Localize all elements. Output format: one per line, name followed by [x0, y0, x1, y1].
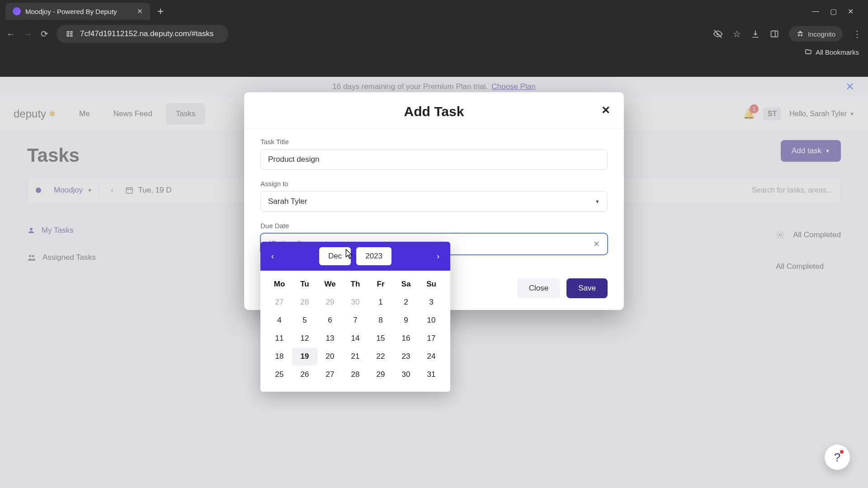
- calendar-day[interactable]: 24: [419, 347, 444, 366]
- calendar-day[interactable]: 2: [393, 293, 419, 311]
- svg-rect-8: [127, 188, 133, 193]
- nav-tab-me[interactable]: Me: [69, 103, 100, 125]
- incognito-chip[interactable]: Incognito: [789, 26, 843, 42]
- next-month-button[interactable]: ›: [432, 249, 444, 264]
- notification-badge: 1: [750, 104, 759, 113]
- notifications-icon[interactable]: 🔔1: [743, 108, 755, 120]
- browser-tab[interactable]: Moodjoy - Powered By Deputy ✕: [5, 3, 150, 20]
- calendar-day[interactable]: 12: [292, 329, 317, 347]
- browser-chrome: Moodjoy - Powered By Deputy ✕ + — ▢ ✕ ← …: [0, 0, 868, 59]
- calendar-day[interactable]: 20: [317, 347, 343, 366]
- calendar-day[interactable]: 31: [419, 366, 444, 384]
- calendar-day[interactable]: 22: [368, 347, 393, 366]
- calendar-day[interactable]: 9: [393, 311, 419, 329]
- task-title-input[interactable]: [260, 149, 608, 170]
- calendar-day[interactable]: 21: [343, 347, 368, 366]
- location-filter[interactable]: Moodjoy ▼: [47, 183, 99, 197]
- completed-row[interactable]: All Completed: [776, 262, 841, 271]
- calendar-day[interactable]: 15: [368, 329, 393, 347]
- maximize-icon[interactable]: ▢: [830, 7, 837, 16]
- window-controls: — ▢ ✕: [812, 7, 863, 16]
- nav-tab-tasks[interactable]: Tasks: [166, 103, 205, 125]
- sidebar-label: Assigned Tasks: [42, 253, 96, 262]
- calendar-icon: [125, 186, 133, 194]
- calendar-day[interactable]: 5: [292, 311, 317, 329]
- modal-close-icon[interactable]: ✕: [601, 104, 610, 117]
- date-filter[interactable]: Tue, 19 D: [125, 186, 171, 195]
- calendar-day[interactable]: 16: [393, 329, 419, 347]
- eye-off-icon[interactable]: [713, 29, 723, 39]
- calendar-dow: Su: [419, 275, 444, 293]
- close-button[interactable]: Close: [517, 278, 560, 298]
- minimize-icon[interactable]: —: [812, 7, 819, 16]
- add-task-label: Add task: [792, 146, 821, 155]
- prev-month-button[interactable]: ‹: [267, 249, 278, 264]
- assign-value: Sarah Tyler: [268, 197, 307, 206]
- calendar-day[interactable]: 7: [343, 311, 368, 329]
- calendar-day[interactable]: 17: [419, 329, 444, 347]
- svg-point-13: [29, 255, 31, 257]
- calendar-dow: We: [317, 275, 343, 293]
- favicon-icon: [13, 7, 21, 15]
- greeting[interactable]: Hello, Sarah Tyler ▼: [789, 110, 854, 118]
- reload-icon[interactable]: ⟳: [41, 28, 48, 39]
- svg-rect-3: [71, 33, 73, 34]
- year-select[interactable]: 2023: [356, 247, 392, 265]
- calendar-day[interactable]: 6: [317, 311, 343, 329]
- download-icon[interactable]: [751, 29, 760, 38]
- search-input[interactable]: Search for tasks, areas...: [752, 186, 832, 194]
- url-field[interactable]: 7cf47d19112152.na.deputy.com/#tasks: [57, 25, 228, 43]
- close-window-icon[interactable]: ✕: [848, 7, 854, 16]
- calendar-day[interactable]: 28: [343, 366, 368, 384]
- site-settings-icon[interactable]: [66, 30, 74, 38]
- calendar-day[interactable]: 13: [317, 329, 343, 347]
- calendar-day[interactable]: 4: [267, 311, 292, 329]
- calendar-day[interactable]: 27: [267, 293, 292, 311]
- prev-day-button[interactable]: ‹: [105, 186, 119, 194]
- completed-label: All Completed: [776, 262, 824, 271]
- calendar-day[interactable]: 11: [267, 329, 292, 347]
- svg-rect-6: [771, 31, 778, 37]
- menu-icon[interactable]: ⋮: [853, 28, 862, 39]
- calendar-day[interactable]: 10: [419, 311, 444, 329]
- chevron-down-icon: ▼: [849, 111, 854, 117]
- month-select[interactable]: Dec: [319, 247, 351, 265]
- calendar-day[interactable]: 14: [343, 329, 368, 347]
- star-icon[interactable]: ☆: [733, 28, 741, 39]
- calendar-day[interactable]: 29: [368, 366, 393, 384]
- back-icon[interactable]: ←: [6, 29, 15, 39]
- tab-close-icon[interactable]: ✕: [137, 7, 143, 15]
- avatar[interactable]: ST: [763, 107, 781, 121]
- calendar-day[interactable]: 8: [368, 311, 393, 329]
- calendar-day[interactable]: 19: [292, 347, 317, 366]
- calendar-day[interactable]: 26: [292, 366, 317, 384]
- forward-icon[interactable]: →: [24, 29, 33, 39]
- banner-close-icon[interactable]: ✕: [845, 80, 854, 93]
- help-fab[interactable]: ?: [825, 445, 850, 470]
- calendar-day[interactable]: 18: [267, 347, 292, 366]
- calendar-day[interactable]: 29: [317, 293, 343, 311]
- calendar-day[interactable]: 23: [393, 347, 419, 366]
- calendar-day[interactable]: 25: [267, 366, 292, 384]
- clear-icon[interactable]: ✕: [593, 239, 600, 249]
- calendar-day[interactable]: 30: [393, 366, 419, 384]
- calendar-day[interactable]: 30: [343, 293, 368, 311]
- assign-select[interactable]: Sarah Tyler ▼: [260, 191, 608, 212]
- add-task-modal: Add Task ✕ Task Title Assign to Sarah Ty…: [244, 92, 624, 310]
- calendar-day[interactable]: 28: [292, 293, 317, 311]
- calendar-day[interactable]: 1: [368, 293, 393, 311]
- chevron-down-icon: ▼: [595, 199, 600, 204]
- add-task-button[interactable]: Add task ▼: [781, 140, 841, 162]
- new-tab-button[interactable]: +: [152, 5, 169, 18]
- logo[interactable]: deputy✱: [14, 108, 56, 120]
- calendar-day[interactable]: 3: [419, 293, 444, 311]
- completed-row[interactable]: All Completed: [776, 230, 841, 239]
- calendar-header: ‹ Dec 2023 ›: [260, 242, 450, 271]
- logo-star-icon: ✱: [49, 109, 56, 119]
- choose-plan-link[interactable]: Choose Plan: [491, 82, 535, 91]
- calendar-day[interactable]: 27: [317, 366, 343, 384]
- nav-tab-newsfeed[interactable]: News Feed: [104, 103, 162, 125]
- sidepanel-icon[interactable]: [770, 29, 779, 38]
- save-button[interactable]: Save: [566, 278, 608, 298]
- bookmarks-label[interactable]: All Bookmarks: [816, 48, 859, 56]
